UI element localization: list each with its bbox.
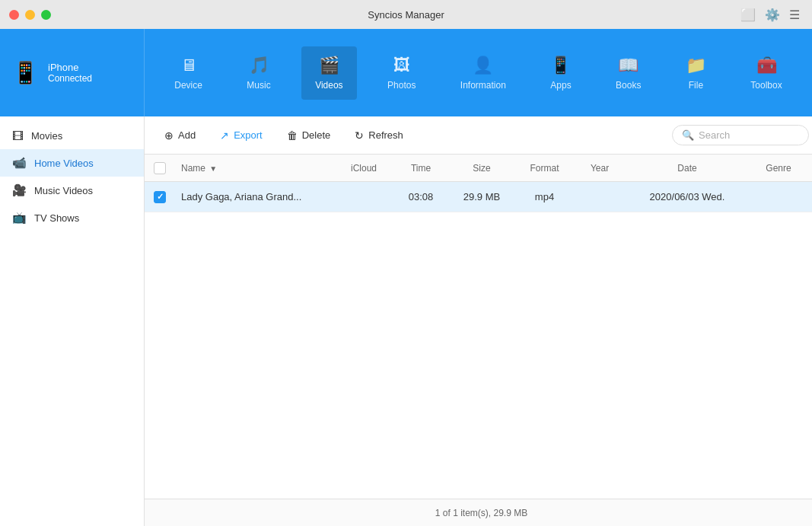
titlebar: Syncios Manager ⬜ ⚙️ ☰	[0, 0, 812, 29]
status-text: 1 of 1 item(s), 29.9 MB	[435, 508, 527, 518]
minimize-button[interactable]	[25, 10, 35, 20]
photos-tab-icon: 🖼	[393, 56, 410, 75]
tab-information[interactable]: 👤 Information	[447, 46, 520, 100]
tab-device-label: Device	[174, 80, 202, 91]
device-tab-icon: 🖥	[180, 56, 197, 75]
toolbox-tab-icon: 🧰	[756, 56, 777, 75]
nav-tabs: 🖥 Device 🎵 Music 🎬 Videos 🖼 Photos 👤 Inf…	[145, 29, 812, 116]
tab-books-label: Books	[616, 80, 641, 91]
tab-file[interactable]: 📁 File	[672, 46, 720, 100]
toolbar: ⊕ Add ↗ Export 🗑 Delete ↻ Refresh 🔍	[145, 116, 812, 155]
export-label: Export	[234, 129, 263, 141]
tab-photos[interactable]: 🖼 Photos	[374, 46, 429, 100]
search-icon: 🔍	[682, 129, 694, 141]
tv-shows-label: TV Shows	[34, 212, 79, 224]
header-name[interactable]: Name ▼	[181, 163, 333, 174]
delete-icon: 🗑	[287, 129, 298, 142]
table-header: Name ▼ iCloud Time Size Format Year Date…	[145, 155, 812, 182]
tab-photos-label: Photos	[387, 80, 416, 91]
home-videos-icon: 📹	[12, 156, 27, 170]
row-checkbox[interactable]: ✓	[154, 191, 166, 203]
books-tab-icon: 📖	[618, 56, 638, 75]
tv-shows-icon: 📺	[12, 211, 27, 225]
status-bar: 1 of 1 item(s), 29.9 MB	[145, 499, 812, 526]
home-videos-label: Home Videos	[34, 158, 94, 169]
maximize-button[interactable]	[41, 10, 51, 20]
music-videos-icon: 🎥	[12, 183, 27, 197]
refresh-label: Refresh	[368, 129, 403, 141]
tab-videos-label: Videos	[315, 80, 342, 91]
music-tab-icon: 🎵	[249, 56, 269, 75]
search-box: 🔍	[672, 125, 809, 145]
app-title: Syncios Manager	[368, 9, 444, 21]
header-format[interactable]: Format	[516, 163, 573, 174]
movies-label: Movies	[31, 130, 62, 142]
iphone-icon: 📱	[12, 60, 39, 85]
add-button[interactable]: ⊕ Add	[154, 125, 206, 146]
row-name: Lady Gaga, Ariana Grand...	[181, 191, 333, 202]
content-area: 🎞 Movies 📹 Home Videos 🎥 Music Videos 📺 …	[0, 116, 812, 526]
display-icon[interactable]: ⬜	[740, 8, 754, 21]
tab-file-label: File	[689, 80, 703, 91]
header-genre[interactable]: Genre	[748, 163, 809, 174]
row-time: 03:08	[394, 191, 447, 202]
refresh-icon: ↻	[355, 129, 364, 142]
row-format: mp4	[516, 191, 573, 202]
titlebar-actions: ⬜ ⚙️ ☰	[740, 8, 803, 21]
header-icloud[interactable]: iCloud	[333, 163, 394, 174]
tab-apps[interactable]: 📱 Apps	[537, 46, 584, 100]
videos-tab-icon: 🎬	[319, 56, 339, 75]
row-size: 29.9 MB	[447, 191, 516, 202]
sort-arrow: ▼	[209, 164, 217, 173]
sidebar-item-music-videos[interactable]: 🎥 Music Videos	[0, 177, 144, 204]
delete-button[interactable]: 🗑 Delete	[276, 125, 342, 146]
main-content: ⊕ Add ↗ Export 🗑 Delete ↻ Refresh 🔍	[145, 116, 812, 526]
export-button[interactable]: ↗ Export	[209, 125, 273, 146]
header-size[interactable]: Size	[447, 163, 516, 174]
delete-label: Delete	[302, 129, 331, 141]
tab-device[interactable]: 🖥 Device	[161, 46, 216, 100]
information-tab-icon: 👤	[473, 56, 493, 75]
row-check[interactable]: ✓	[154, 191, 181, 203]
window-controls	[9, 10, 51, 20]
device-name: iPhone	[48, 62, 92, 73]
table-row[interactable]: ✓ Lady Gaga, Ariana Grand... 03:08 29.9 …	[145, 182, 812, 212]
gear-icon[interactable]: ⚙️	[765, 8, 779, 21]
music-videos-label: Music Videos	[34, 185, 93, 196]
tab-videos[interactable]: 🎬 Videos	[301, 46, 356, 100]
tab-toolbox-label: Toolbox	[750, 80, 782, 91]
tab-music[interactable]: 🎵 Music	[233, 46, 284, 100]
movies-icon: 🎞	[12, 129, 24, 142]
header-date[interactable]: Date	[626, 163, 748, 174]
header-year[interactable]: Year	[573, 163, 626, 174]
header-time[interactable]: Time	[394, 163, 447, 174]
row-date: 2020/06/03 Wed.	[626, 191, 748, 202]
add-icon: ⊕	[164, 129, 174, 142]
table-body: ✓ Lady Gaga, Ariana Grand... 03:08 29.9 …	[145, 182, 812, 499]
refresh-button[interactable]: ↻ Refresh	[344, 125, 414, 146]
main-container: 📱 iPhone Connected 🖥 Device 🎵 Music 🎬 Vi…	[0, 29, 812, 526]
sidebar-item-movies[interactable]: 🎞 Movies	[0, 123, 144, 149]
sidebar-item-home-videos[interactable]: 📹 Home Videos	[0, 149, 144, 177]
top-nav: 📱 iPhone Connected 🖥 Device 🎵 Music 🎬 Vi…	[0, 29, 812, 116]
device-text: iPhone Connected	[48, 62, 92, 84]
search-input[interactable]	[699, 129, 799, 141]
header-check[interactable]	[154, 162, 181, 174]
export-icon: ↗	[220, 129, 229, 142]
device-info: 📱 iPhone Connected	[0, 29, 145, 116]
tab-toolbox[interactable]: 🧰 Toolbox	[737, 46, 795, 100]
file-tab-icon: 📁	[686, 56, 706, 75]
apps-tab-icon: 📱	[550, 56, 571, 75]
close-button[interactable]	[9, 10, 19, 20]
add-label: Add	[178, 129, 196, 141]
tab-books[interactable]: 📖 Books	[602, 46, 654, 100]
header-checkbox[interactable]	[154, 162, 166, 174]
sidebar-item-tv-shows[interactable]: 📺 TV Shows	[0, 204, 144, 231]
tab-apps-label: Apps	[550, 80, 571, 91]
tab-information-label: Information	[460, 80, 506, 91]
menu-icon[interactable]: ☰	[789, 8, 803, 21]
device-status: Connected	[48, 73, 92, 84]
sidebar: 🎞 Movies 📹 Home Videos 🎥 Music Videos 📺 …	[0, 116, 145, 526]
tab-music-label: Music	[247, 80, 270, 91]
